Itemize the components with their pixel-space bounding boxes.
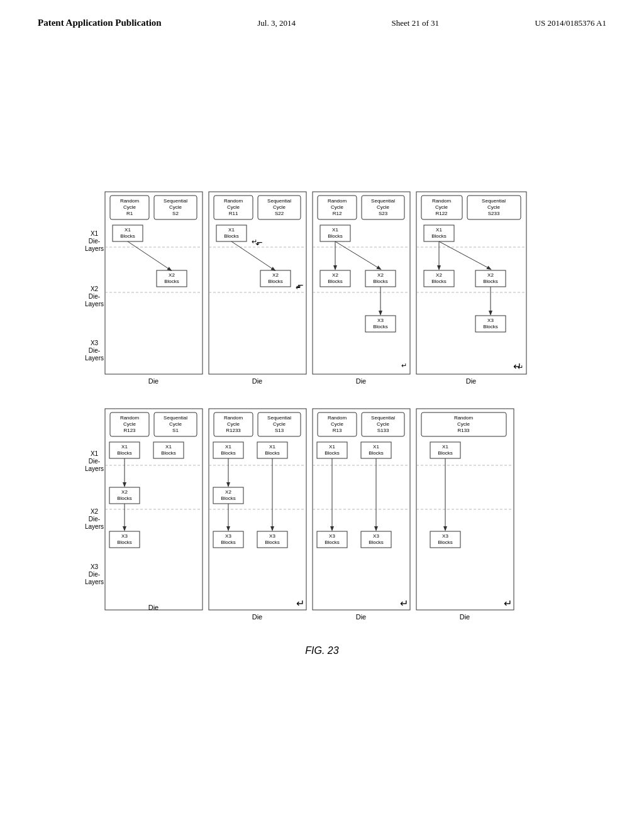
svg-text:Die-: Die- <box>89 571 100 578</box>
svg-text:Sequential: Sequential <box>371 198 395 204</box>
svg-text:X3: X3 <box>225 533 231 539</box>
svg-text:X2: X2 <box>436 272 442 278</box>
svg-text:X2: X2 <box>272 272 279 278</box>
svg-text:Blocks: Blocks <box>120 233 135 239</box>
svg-text:X3: X3 <box>377 318 384 323</box>
svg-text:Blocks: Blocks <box>117 495 132 501</box>
svg-text:Cycle: Cycle <box>123 421 136 427</box>
svg-text:R133: R133 <box>457 428 470 433</box>
svg-text:Blocks: Blocks <box>161 450 176 456</box>
svg-text:Blocks: Blocks <box>438 540 453 545</box>
svg-text:R11: R11 <box>229 211 238 216</box>
svg-text:↵: ↵ <box>252 238 257 245</box>
svg-text:Cycle: Cycle <box>487 204 501 210</box>
svg-text:X1: X1 <box>373 444 379 450</box>
svg-text:Layers: Layers <box>85 578 104 585</box>
svg-text:S2: S2 <box>172 211 179 216</box>
svg-text:X1: X1 <box>225 444 231 450</box>
svg-text:Blocks: Blocks <box>483 324 498 329</box>
svg-text:↵: ↵ <box>504 598 512 609</box>
svg-text:Blocks: Blocks <box>325 540 340 545</box>
svg-text:Sequential: Sequential <box>267 415 291 421</box>
svg-text:Sequential: Sequential <box>371 415 395 421</box>
svg-text:Blocks: Blocks <box>268 279 283 284</box>
svg-text:Layers: Layers <box>85 523 104 530</box>
svg-text:X3: X3 <box>91 563 99 570</box>
svg-text:S13: S13 <box>275 428 284 433</box>
svg-text:Blocks: Blocks <box>221 495 236 501</box>
svg-text:X1: X1 <box>436 227 442 233</box>
svg-text:X2: X2 <box>225 489 231 495</box>
svg-text:S1: S1 <box>172 428 179 433</box>
svg-text:X2: X2 <box>377 272 384 278</box>
svg-text:Sequential: Sequential <box>482 198 506 204</box>
svg-text:X1: X1 <box>329 444 335 450</box>
svg-text:R12: R12 <box>333 211 342 216</box>
sheet-info: Sheet 21 of 31 <box>392 18 439 28</box>
svg-text:X2: X2 <box>487 272 494 278</box>
svg-text:R1233: R1233 <box>226 428 241 433</box>
svg-text:X1: X1 <box>332 227 338 233</box>
diagram-area: X1 Die- Layers X2 Die- Layers X3 Die- La… <box>0 28 644 682</box>
svg-text:X1: X1 <box>91 230 99 237</box>
svg-text:Cycle: Cycle <box>273 204 286 210</box>
svg-text:Blocks: Blocks <box>117 540 132 545</box>
svg-text:X3: X3 <box>373 533 379 539</box>
svg-text:Layers: Layers <box>85 301 104 307</box>
svg-text:Die-: Die- <box>89 516 100 523</box>
svg-text:Die-: Die- <box>89 293 100 300</box>
svg-text:Random: Random <box>454 415 474 421</box>
svg-text:Cycle: Cycle <box>331 421 344 427</box>
svg-text:Cycle: Cycle <box>331 204 344 210</box>
svg-text:X2: X2 <box>121 489 128 495</box>
svg-line-23 <box>128 241 171 270</box>
svg-text:Die-: Die- <box>89 238 100 245</box>
svg-text:Random: Random <box>120 415 140 421</box>
svg-text:S133: S133 <box>377 428 389 433</box>
svg-text:X3: X3 <box>121 533 128 539</box>
svg-text:Blocks: Blocks <box>325 450 340 456</box>
svg-text:Cycle: Cycle <box>123 204 136 210</box>
svg-text:Blocks: Blocks <box>369 540 384 545</box>
svg-text:Blocks: Blocks <box>431 279 447 284</box>
svg-text:X1: X1 <box>228 227 235 233</box>
svg-text:R13: R13 <box>333 428 342 433</box>
svg-text:Blocks: Blocks <box>221 450 236 456</box>
svg-text:↵: ↵ <box>296 598 304 609</box>
svg-text:Blocks: Blocks <box>221 540 236 545</box>
svg-text:Cycle: Cycle <box>377 204 390 210</box>
svg-text:Sequential: Sequential <box>164 415 187 421</box>
svg-text:R122: R122 <box>435 211 448 216</box>
svg-text:Cycle: Cycle <box>377 421 390 427</box>
svg-text:Die: Die <box>466 377 477 385</box>
svg-text:X1: X1 <box>269 444 275 450</box>
svg-text:Layers: Layers <box>85 245 104 252</box>
svg-text:Cycle: Cycle <box>435 204 448 210</box>
svg-text:R1: R1 <box>126 211 133 216</box>
svg-text:Layers: Layers <box>85 465 104 472</box>
svg-text:S22: S22 <box>275 211 284 216</box>
svg-text:Cycle: Cycle <box>227 204 240 210</box>
svg-text:Blocks: Blocks <box>265 540 280 545</box>
svg-text:S233: S233 <box>488 211 500 216</box>
svg-text:X1: X1 <box>121 444 128 450</box>
svg-text:X1: X1 <box>165 444 172 450</box>
svg-text:Cycle: Cycle <box>273 421 286 427</box>
svg-text:Blocks: Blocks <box>328 279 343 284</box>
svg-text:Die-: Die- <box>89 347 100 354</box>
svg-text:Cycle: Cycle <box>227 421 240 427</box>
svg-text:Die: Die <box>148 377 159 385</box>
svg-text:X1: X1 <box>125 227 131 233</box>
svg-text:Die: Die <box>460 613 470 621</box>
svg-text:Blocks: Blocks <box>438 450 453 456</box>
patent-title: Patent Application Publication <box>38 18 162 28</box>
svg-text:X3: X3 <box>269 533 275 539</box>
svg-line-43 <box>231 241 275 270</box>
svg-text:Blocks: Blocks <box>164 279 179 284</box>
svg-text:Blocks: Blocks <box>431 233 447 239</box>
svg-text:Cycle: Cycle <box>169 421 182 427</box>
svg-text:Cycle: Cycle <box>169 204 182 210</box>
svg-text:X2: X2 <box>91 508 99 515</box>
svg-text:X3: X3 <box>91 340 99 346</box>
svg-text:Random: Random <box>328 198 347 204</box>
